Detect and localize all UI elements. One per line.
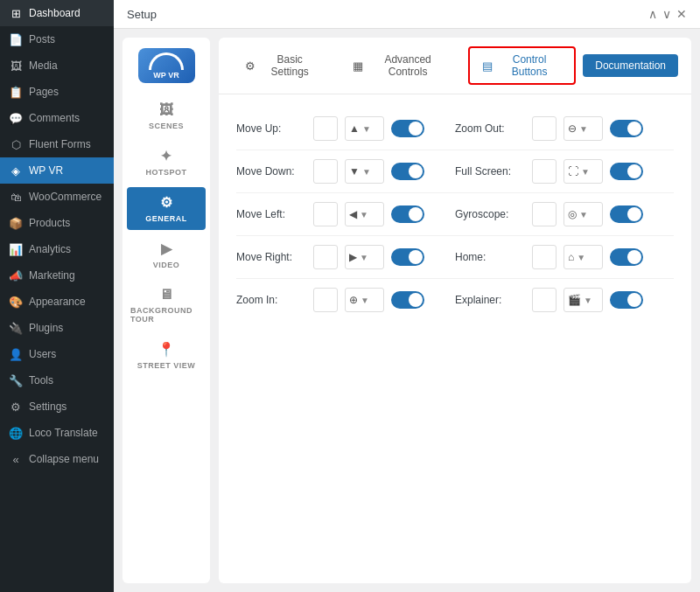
gyroscope-toggle[interactable] (610, 205, 643, 223)
control-buttons-icon: ▤ (482, 59, 493, 73)
tools-icon: 🔧 (9, 373, 23, 387)
move-up-select[interactable]: ▲ ▼ (345, 116, 384, 141)
zoom-out-toggle[interactable] (610, 120, 643, 137)
move-up-preview[interactable] (313, 116, 338, 141)
plugin-nav-general[interactable]: ⚙ GENERAL (127, 187, 206, 230)
explainer-preview[interactable] (532, 288, 556, 312)
zoom-in-toggle[interactable] (391, 291, 424, 309)
control-buttons-label: Control Buttons (497, 53, 562, 78)
marketing-icon: 📣 (9, 268, 23, 282)
full-screen-select[interactable]: ⛶ ▼ (564, 159, 603, 184)
basic-settings-icon: ⚙ (245, 59, 256, 73)
zoom-out-label: Zoom Out: (455, 122, 525, 135)
move-down-toggle[interactable] (391, 163, 424, 180)
zoom-out-preview[interactable] (532, 116, 556, 141)
sidebar-label-users: Users (29, 348, 56, 360)
settings-icon: ⚙ (9, 400, 23, 414)
zoom-in-preview[interactable] (313, 288, 338, 312)
sidebar-item-plugins[interactable]: 🔌 Plugins (0, 315, 114, 341)
controls-right-col: Zoom Out: ⊖ ▼ Full Screen: ⛶ ▼ Gyroscope… (455, 108, 674, 570)
move-right-select[interactable]: ▶ ▼ (345, 245, 384, 269)
collapse-down-icon[interactable]: ∨ (662, 7, 671, 21)
move-left-preview[interactable] (313, 202, 338, 226)
control-row-move-down: Move Down: ▼ ▼ (236, 150, 455, 193)
full-screen-toggle[interactable] (610, 163, 643, 180)
sidebar-label-analytics: Analytics (29, 243, 71, 255)
move-down-select[interactable]: ▼ ▼ (345, 159, 384, 184)
collapse-up-icon[interactable]: ∧ (648, 7, 657, 21)
zoom-in-select[interactable]: ⊕ ▼ (345, 288, 384, 312)
explainer-select[interactable]: 🎬 ▼ (564, 288, 603, 312)
tab-advanced-controls[interactable]: ▦ Advanced Controls (340, 47, 461, 84)
video-nav-icon: ▶ (161, 240, 172, 257)
move-left-toggle[interactable] (391, 205, 424, 223)
plugin-nav-street-view[interactable]: 📍 STREET VIEW (127, 334, 206, 377)
sidebar-label-fluent-forms: Fluent Forms (29, 138, 91, 150)
sidebar-label-woocommerce: WooCommerce (29, 191, 102, 203)
settings-panel: ⚙ Basic Settings▦ Advanced Controls▤ Con… (219, 38, 691, 583)
zoom-out-select[interactable]: ⊖ ▼ (564, 116, 603, 141)
sidebar-label-posts: Posts (29, 33, 55, 45)
zoom-in-label: Zoom In: (236, 294, 306, 306)
explainer-label: Explainer: (455, 294, 525, 306)
sidebar-item-settings[interactable]: ⚙ Settings (0, 394, 114, 420)
setup-header-controls: ∧ ∨ ✕ (648, 7, 687, 21)
gyroscope-preview[interactable] (532, 202, 556, 226)
move-right-icon: ▶ (349, 251, 357, 263)
control-row-zoom-in: Zoom In: ⊕ ▼ (236, 279, 455, 321)
tab-control-buttons[interactable]: ▤ Control Buttons (468, 46, 576, 85)
move-left-icon: ◀ (349, 208, 357, 220)
full-screen-label: Full Screen: (455, 165, 525, 178)
plugin-nav-scenes[interactable]: 🖼 SCENES (127, 95, 206, 137)
wp-vr-logo: WP VR (138, 48, 195, 83)
sidebar-item-dashboard[interactable]: ⊞ Dashboard (0, 0, 114, 26)
sidebar-item-marketing[interactable]: 📣 Marketing (0, 262, 114, 289)
sidebar-item-pages[interactable]: 📋 Pages (0, 79, 114, 105)
sidebar-item-analytics[interactable]: 📊 Analytics (0, 236, 114, 262)
plugin-nav-background-tour[interactable]: 🖥 BACKGROUND TOUR (127, 280, 206, 331)
full-screen-preview[interactable] (532, 159, 556, 184)
move-right-preview[interactable] (313, 245, 338, 269)
home-select[interactable]: ⌂ ▼ (564, 245, 603, 269)
main-content: Setup ∧ ∨ ✕ WP VR 🖼 SCENES ✦ HOTSPOT ⚙ G… (114, 0, 700, 592)
sidebar-item-users[interactable]: 👤 Users (0, 341, 114, 367)
explainer-toggle[interactable] (610, 291, 643, 309)
home-preview[interactable] (532, 245, 556, 269)
sidebar-item-products[interactable]: 📦 Products (0, 210, 114, 236)
control-row-explainer: Explainer: 🎬 ▼ (455, 279, 674, 321)
move-right-toggle[interactable] (391, 248, 424, 266)
move-down-arrow: ▼ (362, 167, 371, 177)
plugin-nav-video[interactable]: ▶ VIDEO (127, 233, 206, 276)
full-screen-arrow: ▼ (581, 167, 590, 177)
move-left-select[interactable]: ◀ ▼ (345, 202, 384, 226)
move-up-toggle[interactable] (391, 120, 424, 137)
sidebar-item-loco-translate[interactable]: 🌐 Loco Translate (0, 420, 114, 446)
sidebar-item-appearance[interactable]: 🎨 Appearance (0, 289, 114, 315)
sidebar-item-woocommerce[interactable]: 🛍 WooCommerce (0, 184, 114, 210)
move-up-icon: ▲ (349, 122, 360, 135)
control-row-gyroscope: Gyroscope: ◎ ▼ (455, 193, 674, 236)
wp-vr-icon: ◈ (9, 164, 23, 178)
plugin-nav-hotspot[interactable]: ✦ HOTSPOT (127, 141, 206, 184)
sidebar-item-collapse-menu[interactable]: « Collapse menu (0, 446, 114, 472)
sidebar-item-fluent-forms[interactable]: ⬡ Fluent Forms (0, 131, 114, 157)
gyroscope-select[interactable]: ◎ ▼ (564, 202, 603, 226)
move-down-preview[interactable] (313, 159, 338, 184)
sidebar-item-wp-vr[interactable]: ◈ WP VR (0, 157, 114, 184)
home-toggle[interactable] (610, 248, 643, 266)
general-nav-label: GENERAL (145, 214, 187, 223)
plugin-area: WP VR 🖼 SCENES ✦ HOTSPOT ⚙ GENERAL ▶ VID… (114, 29, 700, 592)
appearance-icon: 🎨 (9, 295, 23, 309)
sidebar-item-media[interactable]: 🖼 Media (0, 52, 114, 79)
move-right-arrow: ▼ (360, 253, 368, 262)
dashboard-icon: ⊞ (9, 6, 23, 20)
documentation-button[interactable]: Documentation (583, 54, 678, 77)
sidebar-item-comments[interactable]: 💬 Comments (0, 105, 114, 131)
sidebar-item-tools[interactable]: 🔧 Tools (0, 367, 114, 394)
close-icon[interactable]: ✕ (676, 7, 687, 21)
move-left-label: Move Left: (236, 208, 306, 220)
sidebar-label-media: Media (29, 59, 58, 72)
full-screen-icon: ⛶ (568, 165, 578, 178)
tab-basic-settings[interactable]: ⚙ Basic Settings (232, 47, 332, 84)
sidebar-item-posts[interactable]: 📄 Posts (0, 26, 114, 52)
